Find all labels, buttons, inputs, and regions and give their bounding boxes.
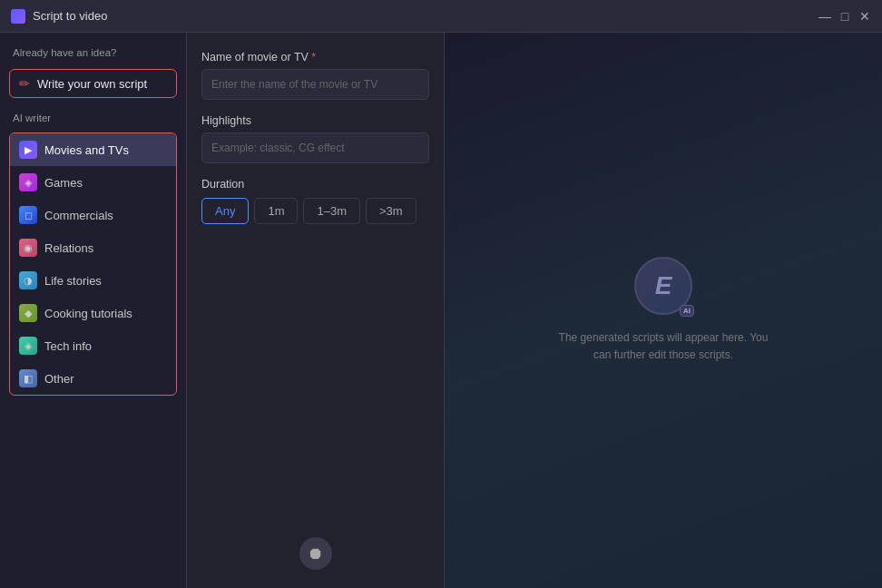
sidebar-item-other[interactable]: ◧Other [10, 362, 176, 395]
form-panel: Name of movie or TV * Highlights Duratio… [186, 33, 445, 588]
already-text: Already have an idea? [9, 47, 177, 58]
preview-empty-text: The generated scripts will appear here. … [554, 329, 772, 364]
games-icon: ◈ [19, 173, 37, 191]
cooking-icon: ◆ [19, 304, 37, 322]
title-bar-left: Script to video [11, 9, 107, 24]
duration-buttons: Any1m1–3m>3m [201, 198, 429, 224]
tech-icon: ◈ [19, 337, 37, 355]
highlights-field: Highlights [201, 114, 429, 163]
close-button[interactable]: ✕ [858, 10, 871, 23]
ai-writer-label: AI writer [9, 113, 177, 123]
ai-logo-letter: E [655, 271, 672, 300]
generate-icon: ⏺ [308, 544, 324, 564]
app-body: Already have an idea? ✏ Write your own s… [0, 33, 882, 588]
window-controls: — □ ✕ [818, 10, 871, 23]
minimize-button[interactable]: — [818, 10, 831, 23]
commercials-icon: ◻ [19, 206, 37, 224]
duration-btn-1m[interactable]: 1m [254, 198, 298, 224]
highlights-input[interactable] [201, 132, 429, 163]
duration-btn-3m[interactable]: >3m [366, 198, 416, 224]
sidebar-item-tech[interactable]: ◈Tech info [10, 329, 176, 362]
title-bar: Script to video — □ ✕ [0, 0, 882, 33]
required-star: * [311, 51, 316, 64]
duration-section: Duration Any1m1–3m>3m [201, 178, 429, 224]
commercials-label: Commercials [44, 209, 113, 222]
app-title: Script to video [33, 9, 107, 23]
movie-name-field: Name of movie or TV * [201, 51, 429, 100]
games-label: Games [44, 176, 83, 190]
sidebar-item-life-stories[interactable]: ◑Life stories [10, 264, 176, 297]
maximize-button[interactable]: □ [838, 10, 851, 23]
write-own-script-button[interactable]: ✏ Write your own script [9, 69, 177, 98]
preview-panel: E AI The generated scripts will appear h… [445, 33, 882, 588]
cooking-label: Cooking tutorials [44, 307, 132, 320]
ai-badge: AI [680, 305, 694, 317]
life-stories-icon: ◑ [19, 271, 37, 289]
write-own-label: Write your own script [37, 77, 147, 91]
duration-label: Duration [201, 178, 429, 191]
ai-menu: ▶Movies and TVs◈Games◻Commercials◉Relati… [9, 132, 177, 396]
sidebar: Already have an idea? ✏ Write your own s… [0, 33, 186, 588]
movies-label: Movies and TVs [44, 143, 129, 157]
duration-btn-13m[interactable]: 1–3m [303, 198, 360, 224]
pencil-icon: ✏ [19, 76, 30, 91]
relations-icon: ◉ [19, 239, 37, 257]
sidebar-item-relations[interactable]: ◉Relations [10, 231, 176, 264]
sidebar-item-commercials[interactable]: ◻Commercials [10, 199, 176, 231]
highlights-label: Highlights [201, 114, 429, 127]
other-icon: ◧ [19, 369, 37, 387]
sidebar-item-movies[interactable]: ▶Movies and TVs [10, 133, 176, 166]
form-footer: ⏺ [201, 528, 429, 570]
relations-label: Relations [44, 241, 93, 255]
sidebar-item-cooking[interactable]: ◆Cooking tutorials [10, 297, 176, 329]
duration-btn-any[interactable]: Any [201, 198, 249, 224]
ai-logo: E AI [634, 257, 692, 315]
tech-label: Tech info [44, 339, 92, 353]
generate-button[interactable]: ⏺ [299, 537, 332, 570]
other-label: Other [44, 372, 74, 386]
life-stories-label: Life stories [44, 274, 102, 288]
movie-name-input[interactable] [201, 69, 429, 100]
main-content: Name of movie or TV * Highlights Duratio… [186, 33, 882, 588]
sidebar-item-games[interactable]: ◈Games [10, 166, 176, 199]
movie-name-label: Name of movie or TV * [201, 51, 429, 64]
movies-icon: ▶ [19, 141, 37, 159]
app-icon [11, 9, 25, 24]
